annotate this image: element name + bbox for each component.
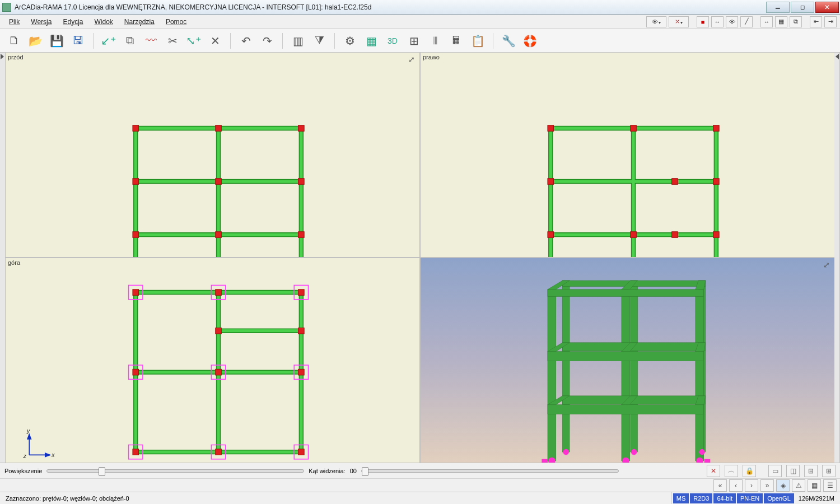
nav-mode-3[interactable]: ▦ [808, 479, 821, 492]
view-mode-dropdown-2[interactable]: ⤫ [669, 16, 689, 27]
svg-text:z: z [23, 452, 27, 459]
zoom-slider-thumb[interactable] [99, 467, 105, 476]
toggle-btn-9[interactable]: ⇥ [824, 16, 837, 27]
menu-file[interactable]: Plik [3, 17, 25, 27]
status-tag-opengl: OpenGL [764, 493, 794, 503]
redo-button[interactable]: ↷ [258, 31, 277, 50]
save-file-button[interactable]: 💾 [47, 31, 66, 50]
layout-btn-2[interactable]: ◫ [786, 465, 800, 477]
svg-rect-13 [216, 125, 222, 132]
viewport-3d[interactable]: ⤢ [421, 258, 834, 463]
layout1-icon: ▭ [772, 467, 778, 475]
status-tag-pnen: PN-EN [737, 493, 763, 503]
copy-element-button[interactable]: ⧉ [120, 31, 139, 50]
right-panel-handle[interactable] [834, 53, 840, 463]
svg-rect-41 [631, 125, 637, 132]
toggle-btn-7[interactable]: ⧉ [790, 16, 802, 27]
bottombar-up-button[interactable]: ︿ [725, 465, 738, 477]
toggle-btn-4[interactable]: ╱ [740, 16, 753, 27]
filter-button[interactable]: ⧩ [310, 31, 329, 50]
svg-rect-88 [216, 369, 222, 375]
fov-slider[interactable] [361, 469, 619, 473]
menu-edit[interactable]: Edycja [57, 17, 88, 27]
nav-mode-1[interactable]: ◈ [776, 479, 790, 492]
grid-settings-button[interactable]: ▥ [288, 31, 307, 50]
nav-next-button[interactable]: › [745, 479, 758, 492]
nav-last-button[interactable]: » [760, 479, 774, 492]
options-button[interactable]: 🔧 [499, 31, 518, 50]
svg-rect-12 [133, 125, 139, 132]
fov-value: 00 [350, 468, 357, 474]
cube-3d-icon: 3D [388, 36, 398, 45]
toggle-btn-5[interactable]: ↔ [760, 16, 773, 27]
table-icon: ▦ [366, 34, 377, 48]
layout-btn-4[interactable]: ⊞ [822, 465, 836, 477]
data-grid-button[interactable]: ⊞ [404, 31, 423, 50]
svg-rect-83 [216, 290, 222, 296]
window-minimize-button[interactable] [766, 2, 790, 13]
report-button[interactable]: 📋 [468, 31, 487, 50]
cut-button[interactable]: ✂ [163, 31, 182, 50]
svg-rect-82 [133, 290, 139, 296]
menu-help[interactable]: Pomoc [160, 17, 192, 27]
view-mode-dropdown-1[interactable]: 👁 [646, 16, 666, 27]
toggle-btn-3[interactable]: 👁 [726, 16, 738, 27]
viewport-top[interactable]: góra [6, 258, 419, 463]
svg-rect-40 [548, 125, 554, 132]
bottombar-close-button[interactable]: ✕ [707, 465, 720, 477]
left-icon: ⇤ [814, 18, 819, 25]
results-table-button[interactable]: ▦ [362, 31, 381, 50]
window-close-button[interactable] [815, 2, 839, 13]
calc-settings-button[interactable]: ⚙ [340, 31, 360, 50]
delete-button[interactable]: ✕ [206, 31, 225, 50]
axis-icon: ⤫ [675, 18, 680, 25]
menubar-right-cluster: 👁 ⤫ ■ ↔ 👁 ╱ ↔ ▦ ⧉ ⇤ ⇥ [646, 16, 837, 27]
viewport-right[interactable]: prawo [421, 53, 834, 257]
first-icon: « [718, 482, 722, 489]
axis-tool-button[interactable]: ⤡⁺ [184, 31, 203, 50]
view-3d-button[interactable]: 3D [383, 31, 402, 50]
nav-first-button[interactable]: « [713, 479, 727, 492]
menu-view[interactable]: Widok [89, 17, 119, 27]
toggle-btn-8[interactable]: ⇤ [810, 16, 822, 27]
right-icon: ⇥ [828, 18, 833, 25]
toggle-btn-2[interactable]: ↔ [711, 16, 724, 27]
warn-icon: ⚠ [796, 482, 802, 489]
nav-mode-4[interactable]: ☰ [823, 479, 837, 492]
new-file-button[interactable]: 🗋 [4, 31, 24, 50]
menu-version[interactable]: Wersja [25, 17, 57, 27]
zoom-slider[interactable] [46, 469, 304, 473]
dimension2-icon: ↔ [764, 18, 770, 25]
menu-tools[interactable]: Narzędzia [119, 17, 160, 27]
toggle-btn-1[interactable]: ■ [697, 16, 709, 27]
toggle-btn-6[interactable]: ▦ [775, 16, 787, 27]
load-settings-button[interactable]: ⫴ [426, 31, 445, 50]
svg-rect-89 [298, 369, 305, 375]
svg-rect-19 [216, 232, 222, 238]
undo-button[interactable]: ↶ [236, 31, 255, 50]
beam-tool-button[interactable]: 〰 [142, 31, 161, 50]
save-as-button[interactable]: 🖫 [68, 31, 87, 50]
calculator-icon: 🖩 [451, 34, 462, 47]
nav-prev-button[interactable]: ‹ [729, 479, 743, 492]
layout-btn-3[interactable]: ⊟ [804, 465, 818, 477]
fov-slider-thumb[interactable] [362, 467, 368, 476]
calculator-button[interactable]: 🖩 [447, 31, 466, 50]
add-node-button[interactable]: ↙⁺ [99, 31, 118, 50]
window-maximize-button[interactable] [791, 2, 814, 13]
viewport-3d-maximize[interactable]: ⤢ [822, 260, 831, 269]
viewport-front[interactable]: przód ⤢ [6, 53, 419, 257]
bottombar-lock-button[interactable]: 🔒 [743, 465, 756, 477]
open-file-button[interactable]: 📂 [26, 31, 45, 50]
beam-icon: 〰 [146, 34, 157, 47]
report-icon: 📋 [471, 34, 485, 48]
viewport-front-maximize[interactable]: ⤢ [407, 55, 416, 64]
layout-btn-1[interactable]: ▭ [768, 465, 782, 477]
delete-icon: ✕ [211, 34, 220, 48]
svg-rect-47 [631, 232, 637, 238]
titlebar: ArCADia-RAMA 17.0 Licencja dla WEWNĘTRZN… [0, 0, 840, 15]
help-button[interactable]: 🛟 [520, 31, 539, 50]
nav-mode-2[interactable]: ⚠ [792, 479, 805, 492]
svg-marker-96 [45, 453, 50, 456]
left-panel-handle[interactable] [0, 53, 6, 463]
